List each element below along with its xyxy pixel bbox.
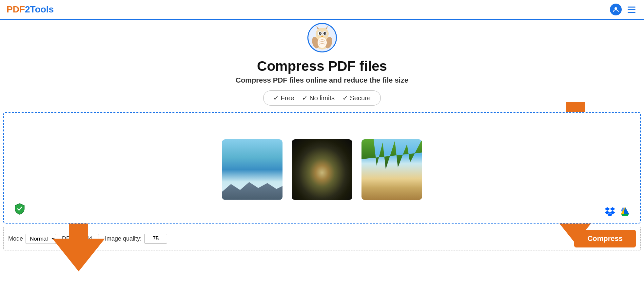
svg-marker-15	[52, 239, 105, 271]
svg-point-10	[324, 33, 325, 34]
mascot-area	[0, 23, 644, 52]
features-badge: ✓ Free ✓ No limits ✓ Secure	[263, 90, 381, 106]
quality-input[interactable]	[144, 234, 167, 244]
quality-label: Image quality:	[105, 235, 142, 242]
svg-marker-4	[325, 26, 328, 29]
main-area: Mode Normal Low High DPI: Image quality:…	[0, 112, 644, 250]
logo-text: PDF2Tools	[7, 4, 54, 15]
logo-area: PDF2Tools	[7, 4, 54, 15]
page-title-section: Compress PDF files Compress PDF files on…	[0, 58, 644, 85]
svg-point-14	[318, 37, 327, 48]
left-arrow-head	[52, 239, 105, 271]
feature-free: ✓ Free	[273, 94, 294, 102]
dropbox-icon[interactable]	[605, 206, 615, 216]
svg-point-9	[320, 33, 321, 34]
mode-label: Mode	[8, 235, 23, 242]
header-right	[610, 4, 637, 15]
images-row	[222, 129, 422, 206]
security-shield-icon	[14, 203, 26, 215]
user-icon-button[interactable]	[610, 4, 622, 15]
mode-select[interactable]: Normal Low High	[26, 234, 56, 244]
thumbnail-3	[361, 139, 422, 200]
drop-zone[interactable]	[3, 112, 641, 224]
menu-button[interactable]	[626, 4, 637, 15]
svg-point-0	[615, 7, 617, 10]
thumbnail-2	[292, 139, 352, 200]
svg-marker-3	[316, 26, 319, 29]
features-wrapper: ✓ Free ✓ No limits ✓ Secure	[0, 85, 644, 106]
page-subtitle: Compress PDF files online and reduce the…	[0, 76, 644, 85]
mode-control: Mode Normal Low High	[8, 234, 56, 244]
header: PDF2Tools	[0, 0, 644, 20]
feature-secure: ✓ Secure	[342, 94, 371, 102]
gdrive-icon[interactable]	[620, 206, 630, 216]
quality-control: Image quality:	[105, 234, 167, 244]
thumbnail-1	[222, 139, 283, 200]
cloud-icons	[605, 206, 630, 216]
page-title: Compress PDF files	[0, 58, 644, 74]
feature-nolimits: ✓ No limits	[302, 94, 335, 102]
mascot-image	[307, 23, 337, 52]
